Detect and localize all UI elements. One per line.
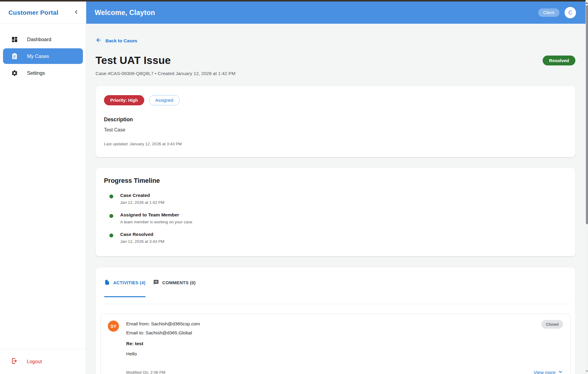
activity-item: SY Email from: Sachish@d365csp.com Email…: [100, 314, 571, 374]
back-link-label: Back to Cases: [105, 38, 137, 44]
timeline-dot-icon: [109, 234, 113, 237]
sidebar-item-settings[interactable]: Settings: [3, 65, 83, 81]
timeline-dot-icon: [109, 195, 113, 198]
timeline-heading: Progress Timeline: [104, 177, 567, 185]
sidebar-item-label: Dashboard: [27, 37, 51, 42]
tab-comments[interactable]: COMMENTS (0): [153, 279, 196, 297]
activity-avatar: SY: [108, 321, 119, 332]
activities-card: ACTIVITIES (4) COMMENTS (0) SY: [96, 267, 575, 374]
case-details-card: Priority: High Assigned Description Test…: [96, 86, 575, 157]
timeline-event-title: Case Resolved: [120, 232, 164, 237]
case-meta: Case #CAS-09308-Q8Q8L7 • Created January…: [96, 71, 575, 76]
timeline-event-text: Assigned to Team Member A team member is…: [120, 212, 192, 224]
timeline-event-text: Case Resolved Jan 12, 2026 at 3:43 PM: [120, 232, 164, 244]
activity-modified-on: Modified On: 2:08 PM: [126, 370, 166, 374]
header-right: Client C: [538, 7, 576, 18]
timeline-event-title: Assigned to Team Member: [120, 212, 192, 218]
vertical-scrollbar[interactable]: [586, 0, 588, 374]
timeline-dot-icon: [109, 214, 113, 218]
sidebar-item-label: My Cases: [27, 53, 49, 59]
chevron-down-icon: [558, 369, 563, 374]
timeline-event: Case Resolved Jan 12, 2026 at 3:43 PM: [109, 232, 567, 244]
badges-row: Priority: High Assigned: [104, 95, 567, 105]
timeline-event-subtitle: Jan 12, 2026 at 3:43 PM: [120, 239, 164, 244]
user-avatar[interactable]: C: [565, 7, 576, 18]
arrow-left-icon: [96, 37, 102, 44]
timeline: Case Created Jan 12, 2026 at 1:42 PM Ass…: [104, 193, 567, 244]
assigned-chip: Assigned: [149, 95, 180, 105]
welcome-text: Welcome, Clayton: [95, 9, 155, 17]
activity-content: Email from: Sachish@d365csp.com Email to…: [126, 321, 563, 374]
scrollbar-thumb[interactable]: [586, 5, 588, 224]
view-more-label: View more: [534, 370, 556, 374]
page-title: Test UAT Issue: [96, 54, 171, 66]
activity-email-to: Email to: Sachish@d365.Global: [126, 330, 563, 336]
sidebar-collapse-button[interactable]: [73, 9, 79, 16]
timeline-event: Assigned to Team Member A team member is…: [109, 212, 567, 224]
title-row: Test UAT Issue Resolved: [96, 54, 575, 66]
window-top-edge: [0, 0, 586, 2]
timeline-event: Case Created Jan 12, 2026 at 1:42 PM: [109, 193, 567, 205]
view-more-link[interactable]: View more: [534, 369, 563, 374]
activity-email-from: Email from: Sachish@d365csp.com: [126, 321, 563, 327]
tabs-bar: ACTIVITIES (4) COMMENTS (0): [100, 279, 571, 297]
tab-label: COMMENTS (0): [162, 280, 196, 285]
role-badge: Client: [538, 8, 559, 17]
gear-icon: [11, 69, 18, 77]
customer-portal-app: Customer Portal Dashboard: [0, 0, 588, 374]
activity-subject: Re: test: [126, 341, 563, 346]
priority-badge: Priority: High: [104, 95, 144, 105]
back-to-cases-link[interactable]: Back to Cases: [96, 37, 137, 44]
timeline-event-title: Case Created: [120, 193, 164, 198]
activity-status-badge: Closed: [541, 320, 563, 329]
description-body: Test Case: [104, 127, 567, 133]
timeline-event-text: Case Created Jan 12, 2026 at 1:42 PM: [120, 193, 164, 205]
activity-body: Hello: [126, 351, 563, 357]
scrollbar-down-arrow-icon[interactable]: [586, 370, 588, 372]
tabs-divider: [100, 304, 571, 304]
scrollbar-up-arrow-icon[interactable]: [586, 2, 588, 4]
sidebar-nav: Dashboard My Cases Set: [0, 24, 86, 81]
last-updated-text: Last updated: January 12, 2026 at 3:43 P…: [104, 142, 567, 146]
document-icon: [104, 279, 110, 286]
sidebar-header: Customer Portal: [0, 2, 86, 24]
description-heading: Description: [104, 116, 567, 123]
progress-timeline-card: Progress Timeline Case Created Jan 12, 2…: [96, 168, 575, 256]
sidebar: Customer Portal Dashboard: [0, 2, 86, 374]
timeline-event-subtitle: Jan 12, 2026 at 1:42 PM: [120, 200, 164, 205]
logout-icon: [11, 357, 18, 366]
sidebar-item-my-cases[interactable]: My Cases: [3, 48, 83, 64]
main-content: Back to Cases Test UAT Issue Resolved Ca…: [86, 24, 586, 374]
tab-activities[interactable]: ACTIVITIES (4): [104, 279, 145, 297]
tab-label: ACTIVITIES (4): [113, 280, 145, 285]
timeline-event-subtitle: A team member is working on your case: [120, 220, 192, 224]
activity-footer: Modified On: 2:08 PM View more: [126, 369, 563, 374]
chat-bubble-icon: [153, 279, 159, 286]
sidebar-item-dashboard[interactable]: Dashboard: [3, 32, 83, 47]
status-badge: Resolved: [543, 56, 575, 65]
sidebar-item-label: Settings: [27, 70, 45, 76]
logout-button[interactable]: Logout: [0, 349, 86, 374]
top-header-bar: Welcome, Clayton Client C: [86, 2, 586, 24]
clipboard-icon: [11, 53, 18, 60]
app-title: Customer Portal: [8, 9, 58, 16]
logout-label: Logout: [27, 359, 42, 364]
chevron-left-icon: [73, 9, 79, 16]
dashboard-grid-icon: [11, 36, 18, 43]
